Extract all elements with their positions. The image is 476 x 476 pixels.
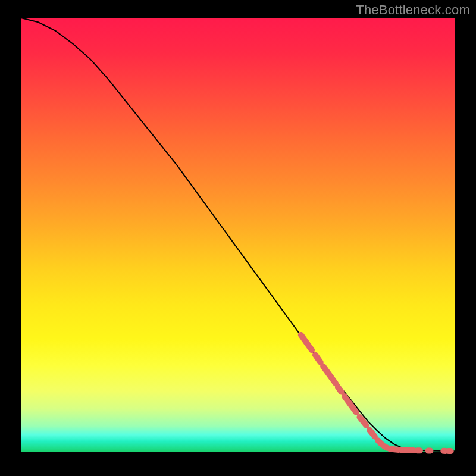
highlight-segment	[378, 440, 381, 444]
chart-svg	[21, 18, 455, 452]
highlight-segment	[315, 355, 321, 362]
highlight-segment	[384, 446, 387, 448]
plot-area	[21, 18, 455, 452]
highlight-markers	[301, 335, 451, 451]
curve-line	[21, 18, 455, 451]
highlight-segment	[301, 335, 312, 350]
highlight-segment	[369, 430, 375, 437]
highlight-segment	[390, 449, 399, 450]
highlight-segment	[338, 387, 342, 392]
chart-stage: TheBottleneck.com	[0, 0, 476, 476]
highlight-segment	[323, 366, 336, 383]
attribution-text: TheBottleneck.com	[356, 2, 470, 18]
